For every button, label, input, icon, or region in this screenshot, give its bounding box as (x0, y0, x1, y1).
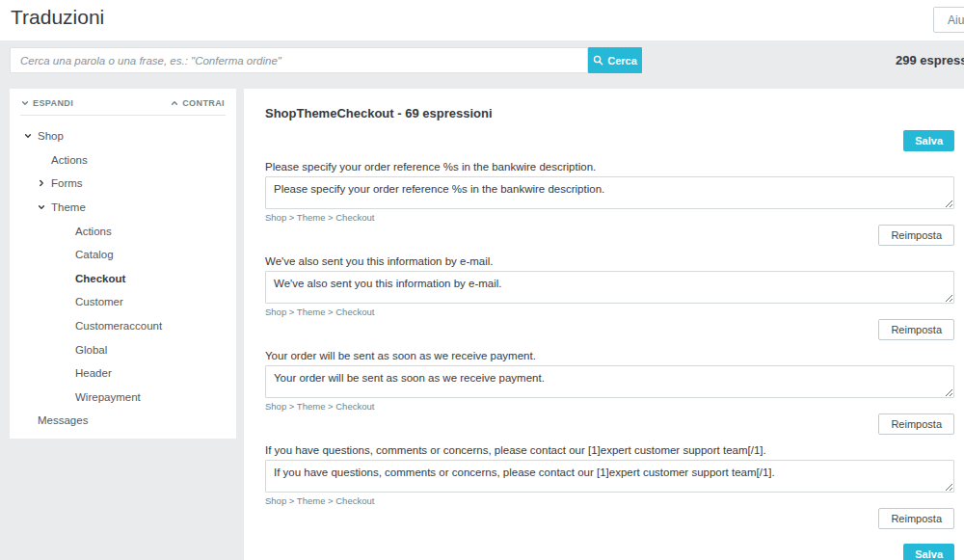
breadcrumb: Shop > Theme > Checkout (265, 495, 954, 506)
reset-button[interactable]: Reimposta (878, 225, 954, 246)
sidebar-item-label: Theme (51, 201, 86, 213)
translation-source-text: Please specify your order reference %s i… (265, 161, 954, 173)
entries-container: Please specify your order reference %s i… (265, 161, 954, 529)
sidebar-item-label: Actions (51, 154, 88, 166)
chevron-up-icon (171, 99, 178, 107)
translation-entry: We've also sent you this information by … (265, 255, 954, 340)
sidebar-item-label: Actions (75, 226, 112, 237)
breadcrumb: Shop > Theme > Checkout (265, 212, 954, 223)
save-button-top[interactable]: Salva (903, 130, 954, 151)
translation-source-text: If you have questions, comments or conce… (265, 444, 954, 456)
sidebar-item-catalog[interactable]: Catalog (10, 243, 236, 267)
search-input[interactable] (10, 47, 588, 73)
sidebar-item-label: Checkout (75, 273, 125, 284)
bottom-save-row: Salva (265, 544, 954, 560)
search-button[interactable]: Cerca (588, 47, 642, 73)
chevron-down-icon (24, 132, 32, 140)
translation-entry: If you have questions, comments or conce… (265, 444, 954, 529)
translation-textarea[interactable] (265, 460, 954, 493)
sidebar-item-theme[interactable]: Theme (10, 196, 236, 220)
sidebar-item-shop[interactable]: Shop (10, 124, 236, 148)
search-button-label: Cerca (607, 55, 637, 67)
sidebar-item-forms[interactable]: Forms (10, 172, 236, 196)
section-heading: ShopThemeCheckout - 69 espressioni (265, 106, 954, 120)
search-icon (593, 55, 603, 66)
reset-button[interactable]: Reimposta (878, 413, 954, 435)
sidebar-item-actions[interactable]: Actions (10, 219, 236, 243)
expression-count: 299 espressioni (896, 53, 964, 67)
translation-textarea[interactable] (265, 365, 954, 398)
chevron-down-icon (21, 99, 29, 107)
sidebar-item-label: Forms (51, 177, 83, 189)
chevron-down-icon (38, 203, 45, 211)
translations-page: Traduzioni Aiuto Cerca 299 espressioni E… (0, 0, 964, 560)
translation-textarea[interactable] (265, 271, 954, 304)
breadcrumb: Shop > Theme > Checkout (265, 401, 954, 412)
expand-all-label: ESPANDI (33, 98, 73, 108)
translations-panel: ShopThemeCheckout - 69 espressioni Salva… (244, 89, 964, 560)
sidebar-item-label: Global (75, 344, 107, 356)
page-title: Traduzioni (11, 6, 104, 29)
sidebar-item-actions[interactable]: Actions (10, 148, 236, 173)
sidebar-item-messages[interactable]: Messages (10, 409, 236, 433)
content-background: Cerca 299 espressioni ESPANDI CONTRAI S (0, 40, 964, 560)
help-button[interactable]: Aiuto (933, 7, 964, 33)
page-header: Traduzioni Aiuto (0, 0, 964, 40)
sidebar-item-label: Customer (75, 296, 123, 307)
reset-button[interactable]: Reimposta (878, 508, 954, 529)
sidebar-item-label: Customeraccount (75, 320, 162, 332)
sidebar-item-customer[interactable]: Customer (10, 290, 236, 314)
translation-textarea[interactable] (265, 176, 954, 209)
translation-source-text: We've also sent you this information by … (265, 255, 954, 267)
collapse-all-button[interactable]: CONTRAI (171, 98, 225, 108)
translation-source-text: Your order will be sent as soon as we re… (265, 350, 954, 361)
reset-button[interactable]: Reimposta (878, 319, 954, 340)
collapse-all-label: CONTRAI (182, 98, 225, 108)
save-button-bottom[interactable]: Salva (903, 544, 954, 560)
sidebar-panel: ESPANDI CONTRAI ShopActionsFormsThemeAct… (10, 89, 236, 439)
top-save-row: Salva (265, 130, 954, 151)
sidebar-item-wirepayment[interactable]: Wirepayment (10, 386, 236, 410)
sidebar-item-global[interactable]: Global (10, 337, 236, 361)
sidebar-tree: ShopActionsFormsThemeActionsCatalogCheck… (10, 116, 236, 433)
translation-entry: Please specify your order reference %s i… (265, 161, 954, 246)
sidebar-item-label: Header (75, 367, 112, 379)
sidebar-item-label: Wirepayment (75, 391, 141, 403)
sidebar-item-label: Shop (38, 130, 64, 142)
chevron-right-icon (38, 179, 45, 187)
sidebar-item-label: Catalog (75, 249, 114, 260)
expand-all-button[interactable]: ESPANDI (21, 98, 73, 108)
sidebar-item-checkout[interactable]: Checkout (10, 267, 236, 291)
sidebar-item-customeraccount[interactable]: Customeraccount (10, 314, 236, 338)
breadcrumb: Shop > Theme > Checkout (265, 307, 954, 317)
sidebar-item-label: Messages (38, 414, 88, 426)
translation-entry: Your order will be sent as soon as we re… (265, 350, 954, 435)
sidebar-tree-controls: ESPANDI CONTRAI (20, 89, 226, 116)
sidebar-item-header[interactable]: Header (10, 361, 236, 386)
